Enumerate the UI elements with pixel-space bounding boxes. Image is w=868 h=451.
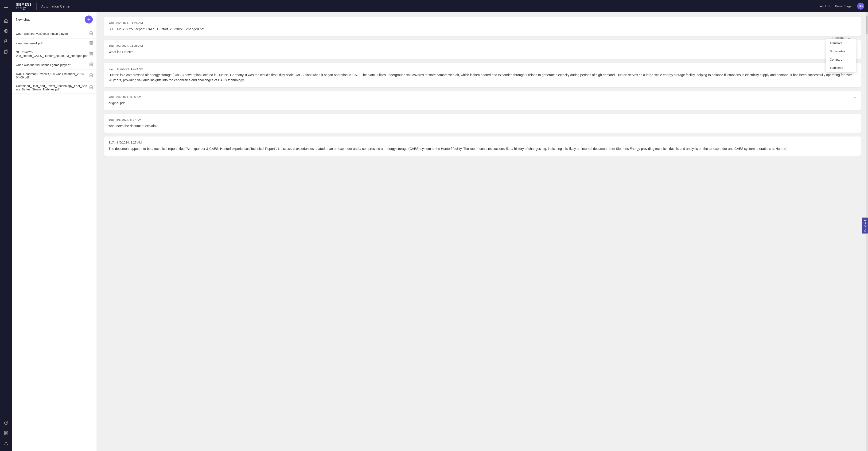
sidebar-item-label: when was the first softball game played? xyxy=(16,63,88,67)
siemens-logo-top: SIEMENS xyxy=(16,3,32,6)
globe-icon[interactable] xyxy=(1,26,11,36)
svg-rect-8 xyxy=(4,51,7,54)
svg-rect-1 xyxy=(4,7,8,8)
sidebar-item[interactable]: SU_TI-2023-025_Report_CAES_Huntorf_20230… xyxy=(12,48,97,60)
siemens-logo: SIEMENS energy xyxy=(16,3,32,10)
message-content: What is Huntorf? xyxy=(108,49,856,55)
message-card: EVA - 8/6/2024, 8:27 AMThe document appe… xyxy=(104,136,861,156)
sidebar-item-label: when was first volleyball match played xyxy=(16,32,88,35)
message-header: You - 8/6/2024, 8:26 AM xyxy=(108,95,856,99)
svg-rect-2 xyxy=(4,9,8,9)
doc-icon[interactable] xyxy=(1,428,11,438)
delete-item-icon[interactable] xyxy=(90,41,93,45)
message-content: SU_TI-2023-025_Report_CAES_Huntorf_20230… xyxy=(108,27,856,32)
chat-area: You - 8/2/2024, 11:24 AMSU_TI-2023-025_R… xyxy=(97,12,868,451)
svg-rect-31 xyxy=(90,74,93,77)
svg-rect-7 xyxy=(5,50,8,53)
svg-rect-3 xyxy=(5,21,7,23)
delete-item-icon[interactable] xyxy=(90,52,93,56)
svg-rect-0 xyxy=(4,6,8,6)
message-card: You - 8/2/2024, 11:25 AMWhat is Huntorf? xyxy=(104,40,861,59)
feedback-label[interactable]: Feedback xyxy=(862,218,868,233)
message-content: The document appears to be a technical r… xyxy=(108,146,856,151)
locale-label: en_US xyxy=(820,4,830,8)
export-icon[interactable] xyxy=(1,439,11,448)
menu-item-translate[interactable]: Translate xyxy=(826,39,856,47)
message-card: You - 8/6/2024, 8:27 AMwhat does the doc… xyxy=(104,114,861,133)
flag-icon[interactable] xyxy=(1,37,11,46)
scrollbar-thumb[interactable] xyxy=(866,15,868,34)
message-actions: … xyxy=(851,94,858,99)
svg-rect-23 xyxy=(90,53,93,55)
sidebar-item[interactable]: Combined_Heat_and_Power_Technology_Fact_… xyxy=(12,82,97,94)
context-dropdown-menu: TranslateSummarizeCompareTranscript xyxy=(826,39,856,72)
message-header: You - 8/6/2024, 8:27 AM xyxy=(108,118,856,122)
message-card: EVA - 8/2/2024, 11:25 AMHuntorf is a com… xyxy=(104,63,861,87)
sidebar-item-label: steam-turbine-1.pdf xyxy=(16,41,88,45)
svg-rect-27 xyxy=(90,63,93,66)
menu-item-compare[interactable]: Compare xyxy=(826,56,856,64)
main-area: You - 8/2/2024, 11:24 AMSU_TI-2023-025_R… xyxy=(97,12,868,451)
siemens-logo-bottom: energy xyxy=(16,6,26,10)
icon-rail: ? xyxy=(0,0,12,451)
user-avatar[interactable]: BS xyxy=(857,3,864,10)
svg-rect-35 xyxy=(90,86,93,89)
sidebar-item[interactable]: when was first volleyball match played xyxy=(12,29,97,38)
hamburger-icon[interactable] xyxy=(1,3,11,12)
more-options-button[interactable]: … xyxy=(851,94,858,99)
sidebar-item-label: SU_TI-2023-025_Report_CAES_Huntorf_20230… xyxy=(16,51,88,58)
delete-item-icon[interactable] xyxy=(90,31,93,36)
message-header: You - 8/2/2024, 11:24 AM xyxy=(108,21,856,25)
new-chat-button[interactable]: + xyxy=(85,15,93,24)
delete-item-icon[interactable] xyxy=(90,63,93,67)
message-content: Huntorf is a compressed air energy stora… xyxy=(108,72,856,83)
sidebar-item-label: R&D Roadmap Review Q2 = Gas Expander_202… xyxy=(16,72,88,79)
message-content: original.pdf xyxy=(108,100,856,106)
sidebar-item[interactable]: R&D Roadmap Review Q2 = Gas Expander_202… xyxy=(12,70,97,82)
delete-item-icon[interactable] xyxy=(90,85,93,90)
header-bar: SIEMENS energy Automation Center en_US B… xyxy=(12,0,868,12)
sidebar-item[interactable]: steam-turbine-1.pdf xyxy=(12,38,97,48)
sidebar-list: when was first volleyball match playedst… xyxy=(12,27,97,451)
menu-item-transcript[interactable]: Transcript xyxy=(826,64,856,72)
sidebar-item-label: Combined_Heat_and_Power_Technology_Fact_… xyxy=(16,84,88,91)
new-chat-label: New chat xyxy=(16,18,30,21)
svg-rect-15 xyxy=(90,32,93,35)
home-icon[interactable] xyxy=(1,16,11,25)
sidebar: New chat + when was first volleyball mat… xyxy=(12,12,97,451)
user-name-label: Borra, Sagar xyxy=(835,4,852,8)
app-title: Automation Center xyxy=(41,4,71,8)
svg-rect-19 xyxy=(90,41,93,44)
help-icon[interactable]: ? xyxy=(1,418,11,427)
message-card: You - 8/2/2024, 11:24 AMSU_TI-2023-025_R… xyxy=(104,17,861,36)
message-header: EVA - 8/6/2024, 8:27 AM xyxy=(108,141,856,144)
sidebar-item[interactable]: when was the first softball game played? xyxy=(12,60,97,70)
message-header: You - 8/2/2024, 11:25 AM xyxy=(108,44,856,47)
message-content: what does the document explain? xyxy=(108,123,856,128)
sidebar-header: New chat + xyxy=(12,12,97,27)
delete-item-icon[interactable] xyxy=(90,73,93,78)
feedback-button[interactable]: Feedback xyxy=(862,218,868,233)
copy-icon[interactable] xyxy=(1,47,11,56)
svg-text:?: ? xyxy=(5,421,7,424)
menu-item-summarize[interactable]: Summarize xyxy=(826,47,856,56)
message-card: You - 8/6/2024, 8:26 AMoriginal.pdf… xyxy=(104,91,861,110)
message-header: EVA - 8/2/2024, 11:25 AM xyxy=(108,67,856,70)
